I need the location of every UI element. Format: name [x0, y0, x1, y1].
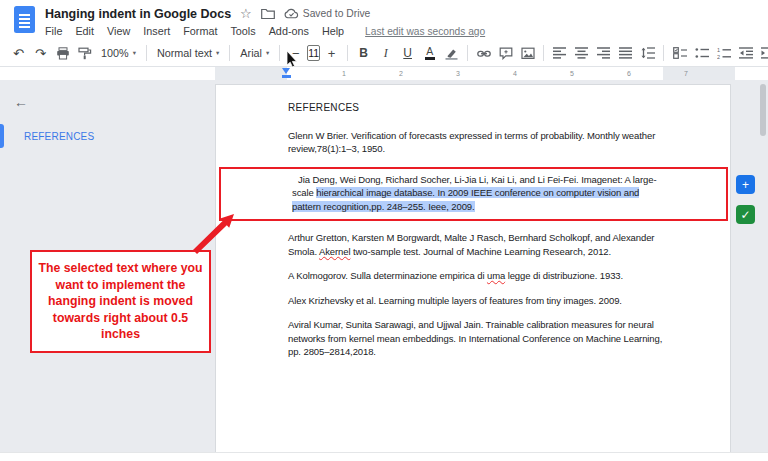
- indent-increase-button[interactable]: [757, 43, 768, 64]
- titlebar: Hanging indent in Google Docs ☆ Saved to…: [0, 0, 768, 40]
- chevron-down-icon: ▾: [216, 49, 219, 57]
- checklist-button[interactable]: [669, 43, 690, 64]
- menu-view[interactable]: View: [107, 25, 130, 37]
- star-icon[interactable]: ☆: [240, 7, 252, 20]
- insert-image-button[interactable]: [517, 43, 538, 64]
- outline-active-bar: [0, 124, 4, 148]
- align-right-button[interactable]: [593, 43, 614, 64]
- numbered-list-icon: 12: [717, 47, 731, 59]
- bold-button[interactable]: B: [353, 43, 374, 64]
- menu-format[interactable]: Format: [183, 25, 217, 37]
- text-color-button[interactable]: A: [419, 43, 440, 64]
- annotation-note: The selected text where you want to impl…: [30, 250, 211, 353]
- back-arrow-icon[interactable]: ←: [14, 94, 28, 110]
- align-center-button[interactable]: [571, 43, 592, 64]
- ruler-left-margin: [215, 67, 287, 80]
- left-indent-marker[interactable]: [282, 75, 291, 78]
- toolbar-divider: [229, 45, 230, 61]
- indent-decrease-icon: [739, 47, 753, 59]
- print-button[interactable]: [52, 43, 73, 64]
- line-spacing-button[interactable]: [637, 43, 658, 64]
- ruler-right-margin: [663, 67, 735, 80]
- checklist-icon: [673, 47, 687, 59]
- paint-roller-icon: [78, 47, 92, 60]
- toolbar-divider: [146, 45, 147, 61]
- document-title[interactable]: Hanging indent in Google Docs: [45, 7, 231, 21]
- selected-text[interactable]: hierarchical image database. In 2009 IEE…: [292, 187, 639, 212]
- styles-value: Normal text: [157, 47, 212, 59]
- paragraph-text[interactable]: two-sample test. Journal of Machine Lear…: [351, 246, 612, 257]
- ruler[interactable]: 1 2 3 4 5 6 7: [0, 67, 768, 80]
- ruler-number: 4: [513, 70, 517, 77]
- paragraph-text[interactable]: legge di distribuzione. 1933.: [505, 270, 623, 281]
- side-panel-tasks-icon[interactable]: ✓: [736, 205, 755, 224]
- align-left-icon: [553, 47, 566, 59]
- highlighter-icon: [445, 47, 458, 60]
- mouse-cursor: [287, 51, 299, 69]
- align-center-icon: [575, 47, 588, 59]
- align-right-icon: [597, 47, 610, 59]
- misspelled-word[interactable]: uma: [487, 270, 505, 281]
- misspelled-word[interactable]: Akernel: [319, 246, 351, 257]
- bulleted-list-icon: [695, 47, 709, 59]
- menu-addons[interactable]: Add-ons: [269, 25, 309, 37]
- vertical-scrollbar[interactable]: [760, 84, 766, 136]
- menu-tools[interactable]: Tools: [230, 25, 255, 37]
- align-left-button[interactable]: [549, 43, 570, 64]
- menu-edit[interactable]: Edit: [75, 25, 94, 37]
- add-comment-button[interactable]: [495, 43, 516, 64]
- menu-help[interactable]: Help: [322, 25, 344, 37]
- font-size-input[interactable]: 11: [307, 45, 320, 61]
- menubar: File Edit View Insert Format Tools Add-o…: [45, 25, 768, 37]
- reference-paragraph[interactable]: Glenn W Brier. Verification of forecasts…: [288, 129, 664, 156]
- align-justify-icon: [619, 47, 632, 59]
- line-spacing-icon: [641, 47, 655, 59]
- menu-insert[interactable]: Insert: [143, 25, 170, 37]
- outline-item-references[interactable]: REFERENCES: [0, 124, 205, 148]
- insert-link-button[interactable]: [473, 43, 494, 64]
- reference-paragraph[interactable]: Arthur Gretton, Karsten M Borgwardt, Mal…: [288, 231, 664, 258]
- content-area: ← REFERENCES REFERENCES Glenn W Brier. V…: [0, 80, 768, 452]
- move-folder-icon[interactable]: [261, 8, 275, 20]
- font-value: Arial: [240, 47, 262, 59]
- last-edit-link[interactable]: Last edit was seconds ago: [365, 26, 485, 37]
- menu-file[interactable]: File: [45, 25, 62, 37]
- font-size-increase-button[interactable]: +: [321, 43, 342, 64]
- paint-format-button[interactable]: [74, 43, 95, 64]
- reference-paragraph[interactable]: A Kolmogorov. Sulla determinazione empir…: [288, 269, 664, 283]
- redo-button[interactable]: ↷: [30, 43, 51, 64]
- chevron-down-icon: ▾: [266, 49, 269, 57]
- toolbar-divider: [347, 45, 348, 61]
- styles-select[interactable]: Normal text ▾: [152, 43, 224, 64]
- toolbar-divider: [663, 45, 664, 61]
- cloud-check-icon: [284, 8, 299, 19]
- chevron-down-icon: ▾: [133, 49, 136, 57]
- highlight-color-button[interactable]: [441, 43, 462, 64]
- saved-status[interactable]: Saved to Drive: [284, 8, 371, 19]
- reference-paragraph[interactable]: Aviral Kumar, Sunita Sarawagi, and Ujjwa…: [288, 318, 664, 359]
- link-icon: [477, 47, 491, 60]
- numbered-list-button[interactable]: 12: [713, 43, 734, 64]
- reference-paragraph[interactable]: Alex Krizhevsky et al. Learning multiple…: [288, 294, 664, 308]
- zoom-select[interactable]: 100% ▾: [96, 43, 141, 64]
- ruler-number: 1: [342, 70, 346, 77]
- side-panel-calendar-icon[interactable]: +: [736, 175, 755, 194]
- italic-button[interactable]: I: [375, 43, 396, 64]
- indented-paragraph[interactable]: Jia Deng, Wei Dong, Richard Socher, Li-J…: [292, 173, 665, 214]
- indent-decrease-button[interactable]: [735, 43, 756, 64]
- toolbar-divider: [279, 45, 280, 61]
- text-color-icon: A: [425, 46, 435, 61]
- indent-increase-icon: [761, 47, 768, 59]
- ruler-number: 3: [456, 70, 460, 77]
- doc-heading[interactable]: REFERENCES: [288, 101, 664, 115]
- svg-text:1: 1: [717, 47, 720, 53]
- document-page[interactable]: REFERENCES Glenn W Brier. Verification o…: [215, 84, 731, 452]
- saved-status-label: Saved to Drive: [303, 8, 371, 19]
- align-justify-button[interactable]: [615, 43, 636, 64]
- paragraph-text[interactable]: A Kolmogorov. Sulla determinazione empir…: [288, 270, 487, 281]
- bulleted-list-button[interactable]: [691, 43, 712, 64]
- undo-button[interactable]: ↶: [8, 43, 29, 64]
- docs-logo-icon[interactable]: [14, 6, 35, 33]
- underline-button[interactable]: U: [397, 43, 418, 64]
- font-select[interactable]: Arial ▾: [235, 43, 274, 64]
